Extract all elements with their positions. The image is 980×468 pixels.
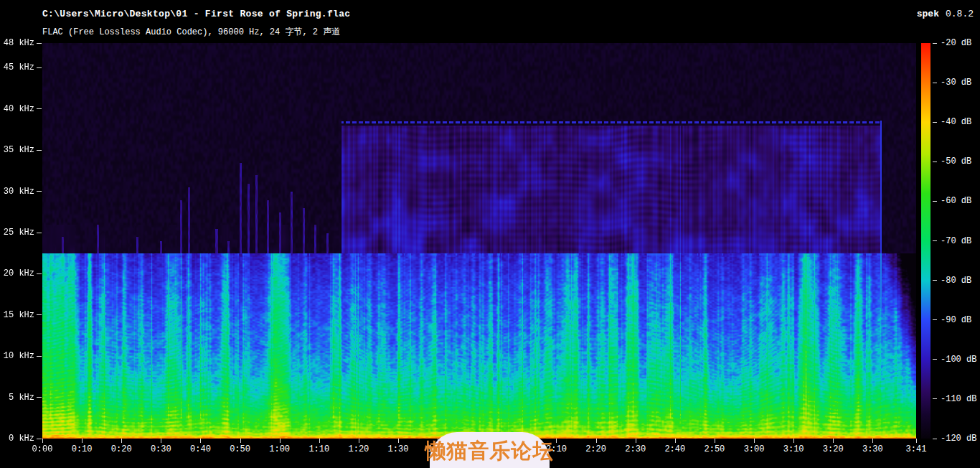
- time-tick-label: 3:30: [862, 444, 883, 454]
- time-tick-label: 3:20: [823, 444, 844, 454]
- time-tick-mark: [82, 439, 83, 443]
- db-tick-label: -60 dB: [941, 196, 971, 206]
- file-path: C:\Users\Micro\Desktop\01 - First Rose o…: [42, 9, 350, 19]
- db-tick-mark: [933, 280, 937, 281]
- db-tick-mark: [933, 359, 937, 360]
- time-tick-label: 1:20: [348, 444, 369, 454]
- time-tick-label: 0:00: [32, 444, 53, 454]
- freq-tick-mark: [37, 397, 42, 398]
- freq-tick-mark: [37, 67, 42, 68]
- db-tick-label: -30 dB: [941, 78, 971, 88]
- time-tick-mark: [240, 439, 241, 443]
- time-tick-mark: [42, 439, 43, 443]
- db-tick-mark: [933, 43, 937, 44]
- freq-tick-mark: [37, 191, 42, 192]
- freq-tick-mark: [37, 233, 42, 233]
- time-tick-label: 0:10: [72, 444, 93, 454]
- freq-tick-mark: [37, 150, 42, 151]
- time-tick-mark: [556, 439, 557, 443]
- freq-tick-mark: [37, 439, 42, 439]
- time-tick-mark: [754, 439, 755, 443]
- time-tick-label: 3:10: [783, 444, 804, 454]
- db-tick-mark: [933, 122, 937, 123]
- db-tick-mark: [933, 319, 937, 320]
- db-tick-mark: [933, 398, 937, 399]
- freq-tick-label: 0 kHz: [0, 434, 34, 444]
- time-tick-mark: [833, 439, 834, 443]
- freq-tick-label: 40 kHz: [0, 104, 34, 114]
- spectrogram-canvas: [42, 43, 916, 439]
- time-tick-label: 1:10: [308, 444, 329, 454]
- time-tick-mark: [280, 439, 281, 443]
- time-tick-mark: [872, 439, 873, 443]
- time-tick-mark: [161, 439, 161, 443]
- db-tick-label: -80 dB: [941, 276, 971, 286]
- db-tick-label: -110 dB: [941, 394, 976, 404]
- time-tick-mark: [398, 439, 399, 443]
- time-tick-label: 0:30: [151, 444, 171, 454]
- format-info: FLAC (Free Lossless Audio Codec), 96000 …: [42, 26, 340, 38]
- watermark-text: 懒猫音乐论坛: [425, 437, 555, 466]
- freq-tick-label: 45 kHz: [0, 62, 34, 72]
- freq-tick-mark: [37, 356, 42, 357]
- freq-tick-label: 30 kHz: [0, 187, 34, 197]
- db-tick-mark: [933, 201, 937, 202]
- watermark: 懒猫音乐论坛: [430, 432, 550, 468]
- time-tick-mark: [916, 439, 917, 443]
- db-tick-label: -50 dB: [941, 156, 971, 167]
- freq-tick-mark: [37, 314, 42, 315]
- time-tick-mark: [359, 439, 359, 443]
- time-tick-label: 2:20: [585, 444, 606, 454]
- freq-tick-label: 20 kHz: [0, 268, 34, 279]
- db-tick-mark: [933, 240, 937, 241]
- freq-tick-label: 48 kHz: [0, 38, 34, 48]
- db-tick-label: -40 dB: [941, 117, 971, 127]
- freq-tick-label: 5 kHz: [0, 393, 34, 403]
- app-version: 0.8.2: [946, 9, 974, 19]
- freq-tick-label: 25 kHz: [0, 228, 34, 238]
- db-tick-mark: [933, 162, 937, 162]
- db-tick-label: -90 dB: [941, 315, 971, 325]
- freq-tick-mark: [37, 43, 42, 44]
- time-tick-label: 1:00: [269, 444, 290, 454]
- time-tick-mark: [793, 439, 794, 443]
- db-tick-mark: [933, 83, 937, 83]
- time-tick-label: 2:30: [625, 444, 646, 454]
- db-tick-label: -70 dB: [941, 236, 971, 246]
- time-tick-label: 2:50: [705, 444, 725, 454]
- time-tick-label: 0:50: [230, 444, 250, 454]
- spek-window: C:\Users\Micro\Desktop\01 - First Rose o…: [0, 0, 980, 468]
- time-tick-label: 2:40: [664, 444, 685, 454]
- time-tick-mark: [200, 439, 201, 443]
- time-tick-mark: [319, 439, 320, 443]
- time-tick-mark: [596, 439, 597, 443]
- colorbar-gradient: [921, 43, 930, 439]
- db-tick-label: -100 dB: [941, 355, 976, 365]
- time-tick-label: 0:40: [190, 444, 211, 454]
- freq-tick-label: 10 kHz: [0, 351, 34, 361]
- freq-tick-label: 35 kHz: [0, 145, 34, 155]
- app-version-label: spek0.8.2: [917, 9, 974, 19]
- freq-tick-label: 15 kHz: [0, 310, 34, 320]
- time-tick-mark: [675, 439, 676, 443]
- time-tick-label: 0:20: [111, 444, 132, 454]
- db-tick-label: -120 dB: [941, 434, 976, 444]
- db-tick-label: -20 dB: [941, 38, 971, 48]
- freq-tick-mark: [37, 273, 42, 274]
- time-tick-mark: [636, 439, 636, 443]
- time-tick-label: 1:30: [388, 444, 409, 454]
- app-name: spek: [917, 9, 939, 19]
- freq-tick-mark: [37, 108, 42, 109]
- time-tick-label: 3:00: [744, 444, 765, 454]
- time-tick-label: 3:41: [906, 444, 927, 454]
- time-tick-mark: [121, 439, 122, 443]
- db-tick-mark: [933, 439, 937, 439]
- time-tick-mark: [715, 439, 715, 443]
